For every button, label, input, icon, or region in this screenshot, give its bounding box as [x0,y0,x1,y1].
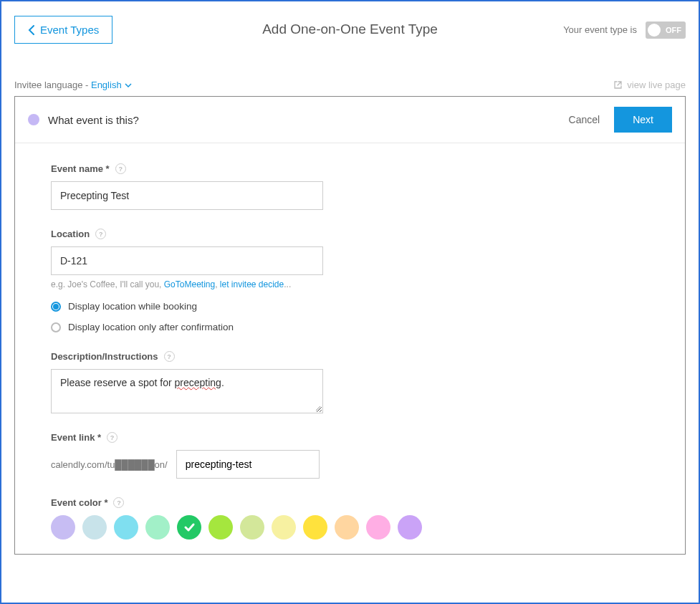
color-swatch[interactable] [51,515,75,540]
app-frame: Add One-on-One Event Type Event Types Yo… [0,0,700,604]
cancel-button[interactable]: Cancel [569,114,600,125]
location-group: Location ? e.g. Joe's Coffee, I'll call … [51,229,649,332]
next-button[interactable]: Next [614,107,672,133]
panel-header: What event is this? Cancel Next [15,97,685,143]
view-live-page-link[interactable]: view live page [613,80,686,90]
event-name-group: Event name * ? [51,163,649,210]
help-icon[interactable]: ? [95,229,106,239]
color-swatch[interactable] [82,515,107,540]
color-swatch[interactable] [398,515,422,540]
external-link-icon [613,80,623,90]
color-swatch[interactable] [303,515,327,540]
description-group: Description/Instructions ? Please reserv… [51,351,649,413]
help-icon[interactable]: ? [164,351,175,362]
event-type-toggle[interactable]: OFF [646,21,686,39]
section-indicator-icon [28,114,39,125]
gotomeeting-link[interactable]: GoToMeeting [164,279,215,289]
language-dropdown[interactable]: English [91,80,132,90]
resize-handle-icon [314,404,321,411]
help-icon[interactable]: ? [107,432,118,443]
color-swatch[interactable] [366,515,390,540]
radio-icon [51,302,61,312]
color-swatch[interactable] [114,515,138,540]
location-label: Location [51,229,90,239]
chevron-left-icon [28,25,34,35]
color-swatch[interactable] [272,515,296,540]
event-link-prefix: calendly.com/tu██████on/ [51,459,168,470]
panel-title: What event is this? [48,114,139,126]
event-link-input[interactable] [176,450,320,479]
location-input[interactable] [51,246,323,275]
color-swatch[interactable] [145,515,170,540]
radio-display-after-confirmation[interactable]: Display location only after confirmation [51,322,649,332]
status-label: Your event type is [563,24,637,35]
back-event-types-button[interactable]: Event Types [14,16,112,44]
help-icon[interactable]: ? [115,163,126,174]
back-label: Event Types [40,24,99,36]
event-color-group: Event color * ? [51,497,649,540]
spellcheck-word: precepting [175,377,221,388]
location-display-radio-group: Display location while booking Display l… [51,301,649,332]
radio-display-while-booking[interactable]: Display location while booking [51,301,649,312]
description-textarea[interactable]: Please reserve a spot for precepting. [51,369,323,413]
chevron-down-icon [125,83,132,87]
color-swatch[interactable] [335,515,359,540]
radio-icon [51,322,61,332]
event-link-group: Event link * ? calendly.com/tu██████on/ [51,432,649,479]
subheader: Invitee language - English view live pag… [14,80,686,90]
event-color-label: Event color * [51,497,107,508]
event-name-input[interactable] [51,181,323,210]
color-swatch[interactable] [208,515,233,540]
color-swatch[interactable] [177,515,201,540]
color-swatch[interactable] [240,515,264,540]
location-hint: e.g. Joe's Coffee, I'll call you, GoToMe… [51,279,649,289]
check-icon [183,521,196,534]
let-invitee-decide-link[interactable]: let invitee decide [220,279,284,289]
event-link-label: Event link * [51,432,101,443]
toggle-knob [648,24,661,37]
event-panel: What event is this? Cancel Next Event na… [14,96,686,555]
help-icon[interactable]: ? [113,497,124,508]
toggle-value: OFF [666,26,681,34]
panel-body: Event name * ? Location ? e.g. Joe's Cof… [15,143,685,554]
header: Event Types Your event type is OFF [14,1,686,58]
color-swatches [51,515,649,540]
header-right: Your event type is OFF [563,21,686,39]
description-label: Description/Instructions [51,351,158,362]
invitee-language: Invitee language - English [14,80,132,90]
event-name-label: Event name * [51,163,110,174]
